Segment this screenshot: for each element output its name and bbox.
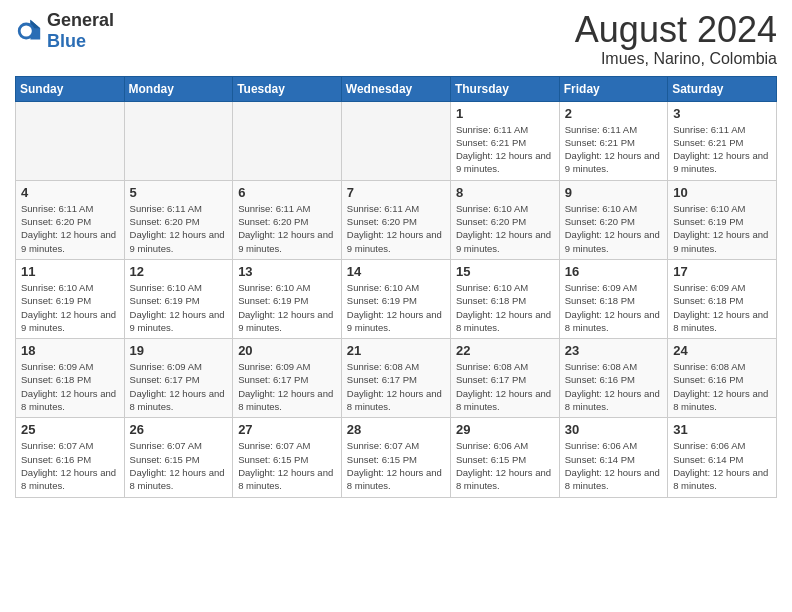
day-info: Sunrise: 6:10 AMSunset: 6:19 PMDaylight:… [238,281,336,334]
day-info: Sunrise: 6:06 AMSunset: 6:15 PMDaylight:… [456,439,554,492]
day-number: 4 [21,185,119,200]
day-number: 2 [565,106,662,121]
day-info: Sunrise: 6:09 AMSunset: 6:18 PMDaylight:… [565,281,662,334]
calendar-cell: 25Sunrise: 6:07 AMSunset: 6:16 PMDayligh… [16,418,125,497]
calendar-cell: 13Sunrise: 6:10 AMSunset: 6:19 PMDayligh… [233,259,342,338]
logo-text: General Blue [47,10,114,52]
calendar-cell [16,101,125,180]
calendar-cell: 24Sunrise: 6:08 AMSunset: 6:16 PMDayligh… [668,339,777,418]
day-info: Sunrise: 6:11 AMSunset: 6:20 PMDaylight:… [347,202,445,255]
day-number: 27 [238,422,336,437]
day-number: 13 [238,264,336,279]
day-info: Sunrise: 6:07 AMSunset: 6:15 PMDaylight:… [130,439,228,492]
calendar-cell: 18Sunrise: 6:09 AMSunset: 6:18 PMDayligh… [16,339,125,418]
day-number: 6 [238,185,336,200]
day-number: 18 [21,343,119,358]
day-number: 23 [565,343,662,358]
logo: General Blue [15,10,114,52]
day-number: 19 [130,343,228,358]
day-number: 31 [673,422,771,437]
svg-point-3 [21,25,32,36]
day-info: Sunrise: 6:09 AMSunset: 6:18 PMDaylight:… [21,360,119,413]
location-subtitle: Imues, Narino, Colombia [575,50,777,68]
day-number: 8 [456,185,554,200]
calendar-cell: 5Sunrise: 6:11 AMSunset: 6:20 PMDaylight… [124,180,233,259]
weekday-header-friday: Friday [559,76,667,101]
day-info: Sunrise: 6:06 AMSunset: 6:14 PMDaylight:… [673,439,771,492]
calendar-week-row: 18Sunrise: 6:09 AMSunset: 6:18 PMDayligh… [16,339,777,418]
day-info: Sunrise: 6:08 AMSunset: 6:16 PMDaylight:… [673,360,771,413]
calendar-cell: 9Sunrise: 6:10 AMSunset: 6:20 PMDaylight… [559,180,667,259]
calendar-cell: 15Sunrise: 6:10 AMSunset: 6:18 PMDayligh… [450,259,559,338]
calendar-cell: 8Sunrise: 6:10 AMSunset: 6:20 PMDaylight… [450,180,559,259]
day-info: Sunrise: 6:08 AMSunset: 6:16 PMDaylight:… [565,360,662,413]
calendar-cell: 27Sunrise: 6:07 AMSunset: 6:15 PMDayligh… [233,418,342,497]
day-number: 20 [238,343,336,358]
calendar-header-row: SundayMondayTuesdayWednesdayThursdayFrid… [16,76,777,101]
day-number: 3 [673,106,771,121]
calendar-cell: 12Sunrise: 6:10 AMSunset: 6:19 PMDayligh… [124,259,233,338]
day-info: Sunrise: 6:07 AMSunset: 6:16 PMDaylight:… [21,439,119,492]
day-number: 12 [130,264,228,279]
logo-general: General [47,10,114,30]
day-info: Sunrise: 6:10 AMSunset: 6:20 PMDaylight:… [565,202,662,255]
day-number: 10 [673,185,771,200]
calendar-week-row: 11Sunrise: 6:10 AMSunset: 6:19 PMDayligh… [16,259,777,338]
day-number: 17 [673,264,771,279]
calendar-cell [124,101,233,180]
day-info: Sunrise: 6:11 AMSunset: 6:20 PMDaylight:… [130,202,228,255]
day-number: 7 [347,185,445,200]
calendar-cell: 20Sunrise: 6:09 AMSunset: 6:17 PMDayligh… [233,339,342,418]
day-number: 28 [347,422,445,437]
day-info: Sunrise: 6:08 AMSunset: 6:17 PMDaylight:… [456,360,554,413]
calendar-table: SundayMondayTuesdayWednesdayThursdayFrid… [15,76,777,498]
day-info: Sunrise: 6:09 AMSunset: 6:17 PMDaylight:… [238,360,336,413]
calendar-cell [341,101,450,180]
day-info: Sunrise: 6:06 AMSunset: 6:14 PMDaylight:… [565,439,662,492]
day-info: Sunrise: 6:11 AMSunset: 6:20 PMDaylight:… [238,202,336,255]
day-number: 30 [565,422,662,437]
day-number: 24 [673,343,771,358]
calendar-cell: 30Sunrise: 6:06 AMSunset: 6:14 PMDayligh… [559,418,667,497]
day-info: Sunrise: 6:10 AMSunset: 6:19 PMDaylight:… [21,281,119,334]
day-number: 29 [456,422,554,437]
day-info: Sunrise: 6:11 AMSunset: 6:21 PMDaylight:… [456,123,554,176]
weekday-header-tuesday: Tuesday [233,76,342,101]
calendar-week-row: 4Sunrise: 6:11 AMSunset: 6:20 PMDaylight… [16,180,777,259]
day-number: 5 [130,185,228,200]
day-info: Sunrise: 6:08 AMSunset: 6:17 PMDaylight:… [347,360,445,413]
day-info: Sunrise: 6:10 AMSunset: 6:19 PMDaylight:… [130,281,228,334]
calendar-week-row: 25Sunrise: 6:07 AMSunset: 6:16 PMDayligh… [16,418,777,497]
day-number: 14 [347,264,445,279]
day-info: Sunrise: 6:07 AMSunset: 6:15 PMDaylight:… [347,439,445,492]
day-number: 21 [347,343,445,358]
weekday-header-sunday: Sunday [16,76,125,101]
calendar-cell: 4Sunrise: 6:11 AMSunset: 6:20 PMDaylight… [16,180,125,259]
weekday-header-monday: Monday [124,76,233,101]
calendar-cell: 22Sunrise: 6:08 AMSunset: 6:17 PMDayligh… [450,339,559,418]
day-number: 26 [130,422,228,437]
day-number: 16 [565,264,662,279]
calendar-cell: 3Sunrise: 6:11 AMSunset: 6:21 PMDaylight… [668,101,777,180]
calendar-week-row: 1Sunrise: 6:11 AMSunset: 6:21 PMDaylight… [16,101,777,180]
weekday-header-thursday: Thursday [450,76,559,101]
calendar-cell: 26Sunrise: 6:07 AMSunset: 6:15 PMDayligh… [124,418,233,497]
calendar-cell: 7Sunrise: 6:11 AMSunset: 6:20 PMDaylight… [341,180,450,259]
month-year-title: August 2024 [575,10,777,50]
day-number: 22 [456,343,554,358]
day-number: 15 [456,264,554,279]
calendar-cell: 1Sunrise: 6:11 AMSunset: 6:21 PMDaylight… [450,101,559,180]
calendar-cell: 21Sunrise: 6:08 AMSunset: 6:17 PMDayligh… [341,339,450,418]
day-info: Sunrise: 6:11 AMSunset: 6:20 PMDaylight:… [21,202,119,255]
calendar-cell: 16Sunrise: 6:09 AMSunset: 6:18 PMDayligh… [559,259,667,338]
logo-blue: Blue [47,31,86,51]
day-info: Sunrise: 6:10 AMSunset: 6:19 PMDaylight:… [347,281,445,334]
day-info: Sunrise: 6:07 AMSunset: 6:15 PMDaylight:… [238,439,336,492]
calendar-cell: 29Sunrise: 6:06 AMSunset: 6:15 PMDayligh… [450,418,559,497]
day-info: Sunrise: 6:10 AMSunset: 6:19 PMDaylight:… [673,202,771,255]
day-number: 9 [565,185,662,200]
day-info: Sunrise: 6:09 AMSunset: 6:17 PMDaylight:… [130,360,228,413]
weekday-header-saturday: Saturday [668,76,777,101]
calendar-cell: 31Sunrise: 6:06 AMSunset: 6:14 PMDayligh… [668,418,777,497]
day-number: 11 [21,264,119,279]
